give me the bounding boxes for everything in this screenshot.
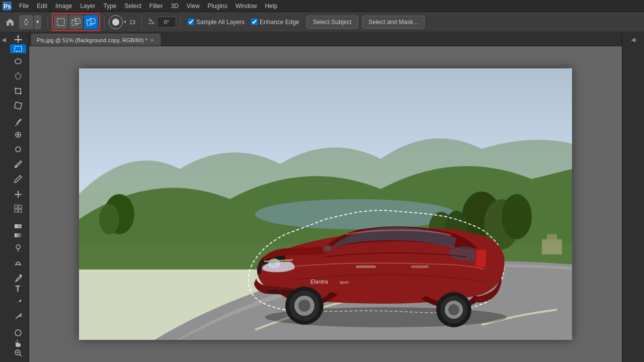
svg-rect-15 [15, 205, 18, 208]
svg-point-8 [15, 59, 21, 64]
menu-edit[interactable]: Edit [33, 2, 51, 11]
main-layout: ◀ [0, 32, 644, 362]
menu-view[interactable]: View [183, 2, 204, 11]
right-collapse-arrow[interactable]: ◀ [630, 34, 637, 45]
healing-brush-tool[interactable] [10, 142, 26, 156]
svg-rect-10 [14, 102, 22, 110]
menu-window[interactable]: Window [231, 2, 261, 11]
select-subject-button[interactable]: Select Subject [306, 16, 358, 29]
svg-rect-55 [356, 265, 376, 268]
brush-size-value: 13 [127, 19, 137, 25]
crop-tool[interactable] [10, 84, 26, 98]
sample-all-layers-input[interactable] [188, 19, 194, 25]
brush-size-area: ▾ 13 [109, 15, 137, 29]
pattern-stamp-tool[interactable] [10, 202, 26, 216]
shape-tool[interactable] [10, 328, 26, 337]
svg-rect-4 [75, 19, 80, 24]
eraser-tool[interactable] [10, 221, 26, 230]
polygonal-lasso-tool[interactable] [10, 69, 26, 83]
brush-tool-pair [10, 157, 26, 186]
text-tool[interactable]: T [10, 285, 26, 294]
svg-point-34 [99, 204, 119, 234]
divider-3 [141, 16, 142, 28]
more-tools-button[interactable]: ⋯ [10, 358, 26, 362]
clone-stamp-tool[interactable] [10, 187, 26, 201]
svg-point-24 [15, 330, 21, 336]
svg-marker-9 [15, 73, 21, 79]
path-select-pair [10, 295, 26, 323]
svg-rect-40 [542, 239, 562, 254]
dodge-tool[interactable] [10, 241, 26, 255]
perspective-crop-tool[interactable] [10, 99, 26, 113]
eyedropper-tool[interactable] [10, 118, 26, 127]
tool-selector: ▾ [19, 15, 41, 29]
enhance-edge-checkbox[interactable]: Enhance Edge [251, 19, 299, 26]
tool-variant-dropdown[interactable]: ▾ [34, 15, 41, 29]
angle-value[interactable]: 0° [157, 17, 176, 28]
subtract-selection-button[interactable] [84, 15, 98, 29]
menu-3d[interactable]: 3D [167, 2, 182, 11]
menu-image[interactable]: Image [51, 2, 76, 11]
menu-type[interactable]: Type [99, 2, 120, 11]
left-collapse-panel[interactable]: ◀ [0, 32, 7, 362]
brush-tool[interactable] [10, 157, 26, 171]
menu-select[interactable]: Select [120, 2, 145, 11]
document-tab[interactable]: Pts.jpg @ 51% (Background copy, RGB/8#) … [31, 34, 160, 46]
options-bar: ▾ ▾ 13 [0, 12, 644, 32]
add-selection-button[interactable] [69, 15, 83, 29]
background-scenery: H Elantra sport [79, 68, 572, 340]
enhance-edge-input[interactable] [251, 19, 258, 25]
menu-help[interactable]: Help [261, 2, 282, 11]
rectangular-marquee-tool[interactable] [10, 44, 26, 53]
move-tool[interactable] [10, 34, 26, 43]
clone-stamp-pair [10, 187, 26, 216]
menu-file[interactable]: File [15, 2, 33, 11]
svg-rect-17 [15, 209, 18, 212]
canvas-document[interactable]: H Elantra sport [79, 68, 572, 340]
menu-plugins[interactable]: Plugins [204, 2, 231, 11]
svg-point-54 [448, 304, 459, 315]
tab-close-button[interactable]: × [150, 37, 154, 44]
enhance-edge-label: Enhance Edge [260, 19, 299, 26]
gradient-tool[interactable] [10, 231, 26, 240]
svg-rect-56 [411, 265, 429, 268]
angle-icon [148, 18, 155, 26]
tool-variant-button[interactable] [19, 15, 33, 29]
spot-healing-tool[interactable] [10, 128, 26, 142]
svg-line-26 [20, 354, 22, 356]
svg-rect-2 [57, 19, 64, 26]
dodge-burn-pair [10, 241, 26, 269]
svg-rect-20 [18, 224, 22, 228]
burn-tool[interactable] [10, 255, 26, 269]
menu-filter[interactable]: Filter [145, 2, 167, 11]
direct-selection-tool[interactable] [10, 309, 26, 323]
new-selection-button[interactable] [54, 15, 68, 29]
divider-1 [47, 16, 48, 28]
svg-text:sport: sport [340, 280, 349, 285]
checkbox-area: Sample All Layers Enhance Edge [188, 19, 299, 26]
home-button[interactable] [3, 15, 17, 29]
divider-4 [180, 16, 181, 28]
menu-layer[interactable]: Layer [76, 2, 99, 11]
healing-tool-pair [10, 128, 26, 156]
svg-point-14 [15, 166, 17, 167]
svg-rect-3 [72, 20, 77, 25]
pencil-tool[interactable] [10, 172, 26, 186]
zoom-tool[interactable] [10, 348, 26, 357]
left-toolbar: T [7, 32, 29, 362]
brush-preview[interactable] [109, 15, 123, 29]
select-and-mask-button[interactable]: Select and Mask... [362, 16, 425, 29]
canvas-area: Pts.jpg @ 51% (Background copy, RGB/8#) … [29, 32, 622, 362]
hand-tool[interactable] [10, 338, 26, 347]
left-collapse-arrow-icon: ◀ [2, 36, 6, 43]
path-selection-tool[interactable] [10, 295, 26, 309]
svg-text:Ps: Ps [4, 3, 11, 10]
brush-size-dropdown-arrow[interactable]: ▾ [124, 19, 126, 25]
lasso-tool[interactable] [10, 54, 26, 68]
svg-rect-7 [15, 46, 22, 51]
pen-tool[interactable] [10, 275, 26, 284]
selection-mode-group [52, 13, 100, 31]
sample-all-layers-checkbox[interactable]: Sample All Layers [188, 19, 245, 26]
svg-point-37 [502, 194, 532, 239]
svg-point-13 [16, 147, 21, 152]
